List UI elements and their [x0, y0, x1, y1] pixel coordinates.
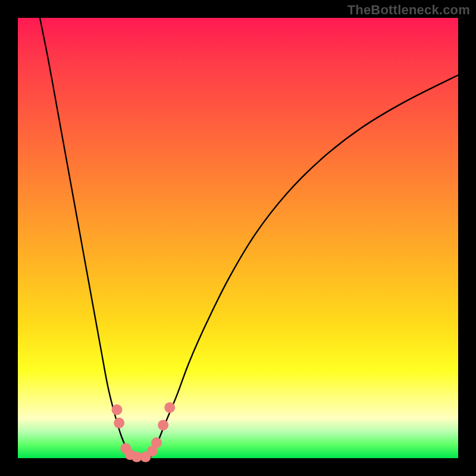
- bottleneck-curves: [40, 18, 458, 459]
- plot-area: [18, 18, 458, 458]
- data-marker: [164, 402, 175, 413]
- data-marker: [158, 420, 168, 431]
- bottleneck-curve: [40, 18, 458, 459]
- chart-frame: TheBottleneck.com: [0, 0, 476, 476]
- data-marker: [112, 405, 123, 415]
- chart-svg: [18, 18, 458, 458]
- data-markers: [112, 402, 176, 462]
- watermark-text: TheBottleneck.com: [347, 2, 470, 18]
- data-marker: [114, 418, 124, 428]
- data-marker: [151, 437, 162, 448]
